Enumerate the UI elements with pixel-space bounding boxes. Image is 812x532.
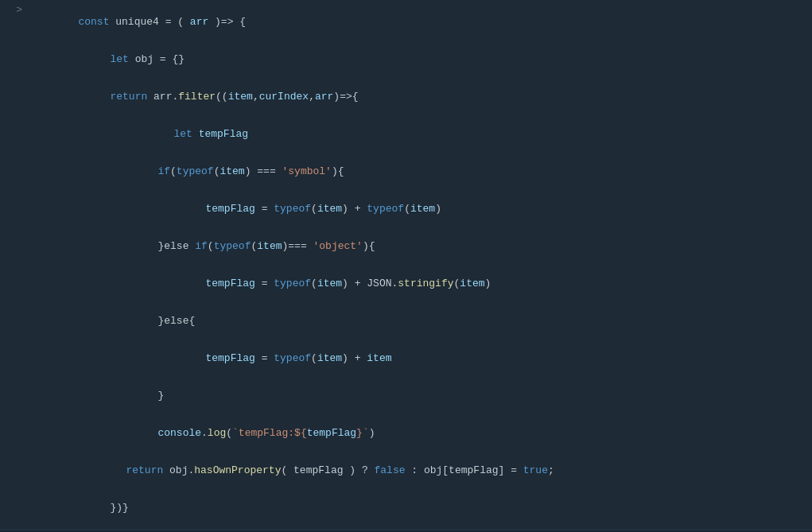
console-container: > const unique4 = ( arr )=> { let obj = … xyxy=(0,0,812,532)
code-line-9: }else{ xyxy=(0,302,812,340)
line-content: let tempFlag xyxy=(29,116,806,152)
code-line-6: tempFlag = typeof(item) + typeof(item) xyxy=(0,190,812,227)
code-line-4: let tempFlag xyxy=(0,115,812,153)
code-line-1: > const unique4 = ( arr )=> { xyxy=(0,3,812,41)
keyword-const: const xyxy=(78,16,109,28)
code-line-12: console.log(`tempFlag:${tempFlag}`) xyxy=(0,414,812,452)
line-content: const unique4 = ( arr )=> { xyxy=(29,4,806,40)
line-content: })} xyxy=(29,490,806,526)
line-content: tempFlag = typeof(item) + JSON.stringify… xyxy=(29,266,806,301)
line-content: } xyxy=(29,378,806,414)
code-line-2: let obj = {} xyxy=(0,41,812,78)
code-block: > const unique4 = ( arr )=> { let obj = … xyxy=(0,0,812,530)
code-line-5: if(typeof(item) === 'symbol'){ xyxy=(0,153,812,190)
line-content: return obj.hasOwnProperty( tempFlag ) ? … xyxy=(29,452,806,488)
line-content: tempFlag = typeof(item) + typeof(item) xyxy=(29,191,806,227)
line-content: return arr.filter((item,curIndex,arr)=>{ xyxy=(29,79,806,115)
code-line-8: tempFlag = typeof(item) + JSON.stringify… xyxy=(0,265,812,302)
code-line-14: })} xyxy=(0,489,812,526)
line-content: tempFlag = typeof(item) + item xyxy=(29,340,806,376)
code-line-10: tempFlag = typeof(item) + item xyxy=(0,340,812,377)
code-line-3: return arr.filter((item,curIndex,arr)=>{ xyxy=(0,78,812,115)
line-prefix: > xyxy=(6,4,22,16)
code-line-11: } xyxy=(0,377,812,414)
code-line-13: return obj.hasOwnProperty( tempFlag ) ? … xyxy=(0,452,812,489)
line-content: }else if(typeof(item)=== 'object'){ xyxy=(29,228,806,264)
line-content: let obj = {} xyxy=(29,41,806,77)
line-content: if(typeof(item) === 'symbol'){ xyxy=(29,153,806,189)
code-line-7: }else if(typeof(item)=== 'object'){ xyxy=(0,227,812,265)
line-content: console.log(`tempFlag:${tempFlag}`) xyxy=(29,415,806,451)
line-content: }else{ xyxy=(29,303,806,339)
